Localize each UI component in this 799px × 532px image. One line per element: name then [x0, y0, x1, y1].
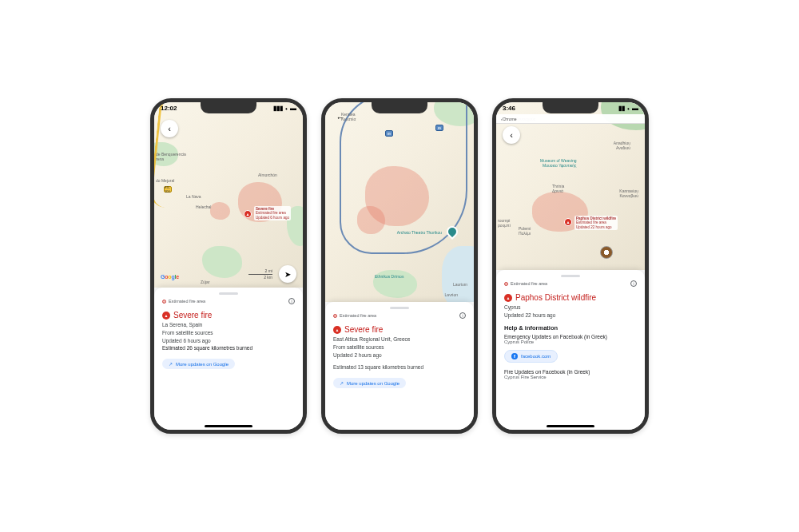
fire-pin-icon[interactable] [564, 218, 572, 226]
alert-location: La Serena, Spain [162, 321, 295, 329]
fire-icon [504, 294, 512, 302]
google-logo: Google [161, 274, 179, 280]
more-updates-button[interactable]: ↗ More updates on Google [333, 378, 406, 388]
fire-dot-icon [504, 282, 508, 286]
signal-icon: ▮▮ [618, 105, 625, 112]
road-shield: 89 [385, 130, 393, 137]
alert-meta: La Serena, Spain From satellite sources … [162, 321, 295, 352]
phone-notch [372, 102, 427, 113]
chrome-label: Chrome [503, 117, 517, 121]
estimated-area-row: Estimated fire area i [333, 312, 466, 319]
road-shield: 89 [435, 125, 443, 131]
pin-sub: Updated 6 hours ago [256, 216, 289, 220]
phone-greece: ← 89 89 Keratéa Κερατέα Archaio Theatro … [321, 98, 478, 434]
phone-cyprus: 3:46 ▮▮ ⬩ ▬ ‹ Chrome ‹ Paphos District w… [492, 98, 649, 434]
sheet-handle[interactable] [390, 307, 409, 309]
resource-link-title[interactable]: Fire Updates on Facebook (in Greek) [504, 369, 637, 375]
alert-title: Severe fire [344, 325, 383, 334]
more-updates-label: More updates on Google [347, 381, 400, 386]
map-view[interactable]: 89 89 Keratéa Κερατέα Archaio Theatro Th… [325, 102, 474, 302]
more-updates-button[interactable]: ↗ More updates on Google [162, 359, 235, 369]
more-updates-label: More updates on Google [176, 362, 229, 367]
alert-title: Paphos District wildfire [515, 293, 596, 302]
chevron-left-icon: ‹ [168, 124, 171, 133]
info-icon[interactable]: i [459, 312, 466, 319]
phone-spain: 12:02 ▮▮▮ ⬩ ▬ ‹ EX-104 Severe fire Estim… [150, 98, 307, 434]
resource-link-source: Cyprus Police [504, 339, 637, 344]
alert-updated: Updated 2 hours ago [333, 351, 466, 359]
chrome-back-bar[interactable]: ‹ Chrome [496, 114, 645, 124]
alert-source: From satellite sources [162, 329, 295, 337]
alert-title-row: Paphos District wildfire [504, 293, 637, 302]
place-label: Almorchón [258, 173, 277, 177]
est-label: Estimated fire area [340, 313, 376, 318]
pin-sub: Estimated fire area [256, 211, 286, 215]
alert-updated: Updated 6 hours ago [162, 337, 295, 345]
fire-area-overlay [357, 206, 385, 234]
home-indicator[interactable] [547, 425, 594, 427]
sheet-handle[interactable] [561, 275, 580, 277]
open-icon: ↗ [340, 380, 344, 386]
poi-badge[interactable] [600, 246, 613, 259]
place-label: ρουμπί [498, 223, 511, 228]
fire-pin-icon[interactable] [244, 210, 252, 218]
fire-dot-icon [333, 314, 337, 318]
status-icons: ▮▮ ⬩ ▬ [618, 105, 638, 112]
help-heading: Help & information [504, 324, 637, 332]
place-label: La Nava [186, 194, 201, 199]
info-sheet[interactable]: Estimated fire area i Severe fire East A… [325, 302, 474, 430]
alert-title-row: Severe fire [333, 325, 466, 334]
home-indicator[interactable] [205, 425, 252, 427]
place-label: Helechal [196, 204, 211, 209]
fire-pin-label: Severe fire Estimated fire area Updated … [254, 206, 291, 220]
facebook-chip-label: facebook.com [521, 354, 551, 359]
est-label: Estimated fire area [511, 281, 547, 286]
alert-location: East Attica Regional Unit, Greece [333, 335, 466, 343]
location-arrow-icon: ➤ [284, 270, 291, 279]
fire-area-overlay [210, 202, 230, 220]
back-button[interactable]: ← [332, 109, 349, 126]
back-button[interactable]: ‹ [161, 120, 178, 137]
signal-icon: ▮▮▮ [273, 105, 283, 112]
alert-meta: East Attica Regional Unit, Greece From s… [333, 335, 466, 359]
place-label: Πολέμι [519, 231, 531, 236]
locate-me-button[interactable]: ➤ [279, 265, 296, 283]
chevron-left-icon: ‹ [510, 130, 513, 140]
battery-icon: ▬ [290, 105, 296, 112]
phone-notch [201, 102, 256, 113]
place-label: Laurium [453, 282, 467, 287]
info-sheet[interactable]: Estimated fire area i Severe fire La Ser… [154, 288, 303, 430]
fire-icon [333, 326, 341, 334]
back-button[interactable]: ‹ [503, 126, 520, 144]
road-shield: EX-104 [164, 186, 172, 193]
resource-link-title[interactable]: Emergency Updates on Facebook (in Greek) [504, 334, 637, 339]
resource-link-source: Cyprus Fire Service [504, 375, 637, 379]
alert-updated: Updated 22 hours ago [504, 312, 637, 320]
estimated-area-row: Estimated fire area i [504, 280, 637, 287]
fire-dot-icon [162, 300, 166, 304]
place-label: Αναδιού [616, 145, 630, 150]
place-label: Κανναβιού [619, 193, 638, 198]
place-label: Lavrion [445, 292, 458, 297]
fire-icon [162, 312, 170, 320]
alert-burned: Estimated 26 square kilometres burned [162, 344, 295, 352]
poi-label: Μουσείο Υφαντικής [543, 163, 576, 168]
alert-location: Cyprus [504, 304, 637, 312]
facebook-chip[interactable]: f facebook.com [504, 350, 558, 363]
phone-notch [543, 102, 598, 113]
alert-burned: Estimated 13 square kilometres burned [333, 363, 466, 371]
facebook-icon: f [511, 353, 518, 359]
map-view[interactable]: Paphos District wildfire Estimated fire … [496, 102, 645, 270]
info-icon[interactable]: i [630, 280, 637, 287]
status-time: 12:02 [161, 105, 177, 112]
alert-meta: Cyprus Updated 22 hours ago [504, 304, 637, 320]
alert-title-row: Severe fire [162, 311, 295, 320]
sheet-handle[interactable] [219, 292, 238, 295]
fire-pin-label: Paphos District wildfire Estimated fire … [574, 216, 618, 230]
estimated-area-row: Estimated fire area i [162, 298, 295, 304]
info-sheet[interactable]: Estimated fire area i Paphos District wi… [496, 270, 645, 430]
poi-label: Archaio Theatro Thorikou [397, 230, 442, 235]
status-time: 3:46 [503, 105, 515, 112]
wifi-icon: ⬩ [626, 105, 630, 112]
info-icon[interactable]: i [288, 298, 295, 304]
